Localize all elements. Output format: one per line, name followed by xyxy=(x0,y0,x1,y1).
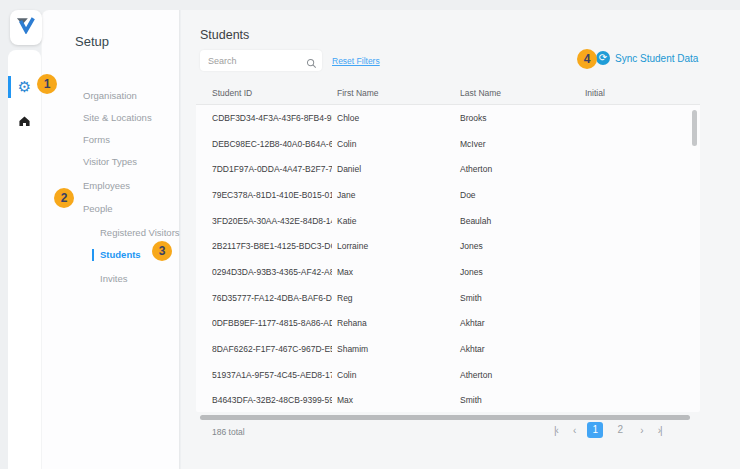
cell-student-id: 7DD1F97A-0DDA-4A47-B2F7-710F xyxy=(212,164,332,174)
cell-student-id: 79EC378A-81D1-410E-B015-012C1 xyxy=(212,190,332,200)
first-page-icon[interactable]: |‹ xyxy=(551,423,561,438)
pagination: |‹ ‹ 1 2 › ›| xyxy=(551,422,665,438)
sidebar-item-people[interactable]: People xyxy=(83,203,113,214)
sidebar-item-forms[interactable]: Forms xyxy=(83,134,110,145)
last-page-icon[interactable]: ›| xyxy=(655,423,665,438)
cell-first-name: Katie xyxy=(337,216,356,226)
page-button-2[interactable]: 2 xyxy=(612,422,628,438)
table-row[interactable]: 0DFBB9EF-1177-4815-8A86-AD5B Rehana Akht… xyxy=(196,310,700,336)
sidebar-title: Setup xyxy=(75,34,109,49)
sidebar-item-site-locations[interactable]: Site & Locations xyxy=(83,112,152,123)
sidebar-item-employees[interactable]: Employees xyxy=(83,180,130,191)
vertical-scrollbar[interactable] xyxy=(692,110,697,146)
setup-sidebar: Setup Organisation Site & Locations Form… xyxy=(41,10,180,469)
cell-first-name: Shamim xyxy=(337,344,368,354)
annotation-badge-1: 1 xyxy=(37,74,57,94)
cell-last-name: Doe xyxy=(460,190,476,200)
app-logo[interactable] xyxy=(10,10,42,45)
cell-last-name: Smith xyxy=(460,395,482,405)
cell-last-name: Smith xyxy=(460,293,482,303)
sidebar-item-invites[interactable]: Invites xyxy=(100,273,127,284)
annotation-badge-4: 4 xyxy=(577,49,597,69)
cell-first-name: Jane xyxy=(337,190,355,200)
cell-first-name: Reg xyxy=(337,293,353,303)
cell-last-name: Jones xyxy=(460,241,483,251)
total-count: 186 total xyxy=(212,427,245,437)
table-row[interactable]: CDBF3D34-4F3A-43F6-8FB4-9E648 Chloe Broo… xyxy=(196,105,700,131)
cell-first-name: Lorraine xyxy=(337,241,368,251)
sync-icon: ⟳ xyxy=(596,51,610,65)
main-content: Students Reset Filters ⟳ Sync Student Da… xyxy=(181,10,740,469)
sidebar-item-organisation[interactable]: Organisation xyxy=(83,90,137,101)
cell-student-id: 2B2117F3-B8E1-4125-BDC3-DC60 xyxy=(212,241,332,251)
next-page-icon[interactable]: › xyxy=(637,423,645,438)
cell-student-id: 3FD20E5A-30AA-432E-84D8-141A xyxy=(212,216,332,226)
settings-gear-icon[interactable]: ⚙ xyxy=(8,77,41,97)
sidebar-item-students[interactable]: Students xyxy=(100,249,141,260)
table-row[interactable]: 2B2117F3-B8E1-4125-BDC3-DC60 Lorraine Jo… xyxy=(196,233,700,259)
cell-student-id: B4643DFA-32B2-48CB-9399-5995 xyxy=(212,395,332,405)
sidebar-item-visitor-types[interactable]: Visitor Types xyxy=(83,156,137,167)
home-icon[interactable] xyxy=(8,113,41,131)
column-header-first-name: First Name xyxy=(337,88,379,98)
sync-student-data-button[interactable]: ⟳ Sync Student Data xyxy=(596,51,698,65)
icon-rail: ⚙ xyxy=(8,50,41,469)
column-header-last-name: Last Name xyxy=(460,88,501,98)
column-header-initial: Initial xyxy=(585,88,605,98)
table-row[interactable]: 79EC378A-81D1-410E-B015-012C1 Jane Doe xyxy=(196,182,700,208)
cell-first-name: Max xyxy=(337,395,353,405)
search-input[interactable] xyxy=(200,50,322,71)
cell-student-id: 51937A1A-9F57-4C45-AED8-17DF xyxy=(212,370,332,380)
reset-filters-link[interactable]: Reset Filters xyxy=(332,56,380,66)
search-icon xyxy=(306,55,317,73)
cell-first-name: Colin xyxy=(337,139,356,149)
app-logo-icon xyxy=(16,17,36,38)
students-table: CDBF3D34-4F3A-43F6-8FB4-9E648 Chloe Broo… xyxy=(196,104,700,412)
table-row[interactable]: 3FD20E5A-30AA-432E-84D8-141A Katie Beaul… xyxy=(196,208,700,234)
cell-student-id: CDBF3D34-4F3A-43F6-8FB4-9E648 xyxy=(212,113,332,123)
annotation-badge-2: 2 xyxy=(54,188,74,208)
sidebar-active-indicator xyxy=(92,249,94,261)
table-row[interactable]: 51937A1A-9F57-4C45-AED8-17DF Colin Ather… xyxy=(196,362,700,388)
cell-student-id: 76D35777-FA12-4DBA-BAF6-D776 xyxy=(212,293,332,303)
cell-last-name: Atherton xyxy=(460,164,492,174)
cell-first-name: Chloe xyxy=(337,113,359,123)
cell-last-name: Akhtar xyxy=(460,318,485,328)
cell-last-name: McIver xyxy=(460,139,486,149)
column-header-student-id: Student ID xyxy=(212,88,252,98)
cell-student-id: 8DAF6262-F1F7-467C-967D-E51B xyxy=(212,344,332,354)
cell-student-id: DEBC98EC-12B8-40A0-B64A-62B1 xyxy=(212,139,332,149)
sync-button-label: Sync Student Data xyxy=(615,53,698,64)
cell-first-name: Colin xyxy=(337,370,356,380)
cell-last-name: Beaulah xyxy=(460,216,491,226)
cell-last-name: Brooks xyxy=(460,113,486,123)
table-row[interactable]: B4643DFA-32B2-48CB-9399-5995 Max Smith xyxy=(196,387,700,413)
cell-first-name: Max xyxy=(337,267,353,277)
cell-student-id: 0294D3DA-93B3-4365-AF42-A871 xyxy=(212,267,332,277)
cell-student-id: 0DFBB9EF-1177-4815-8A86-AD5B xyxy=(212,318,332,328)
table-row[interactable]: DEBC98EC-12B8-40A0-B64A-62B1 Colin McIve… xyxy=(196,131,700,157)
table-row[interactable]: 76D35777-FA12-4DBA-BAF6-D776 Reg Smith xyxy=(196,285,700,311)
table-row[interactable]: 0294D3DA-93B3-4365-AF42-A871 Max Jones xyxy=(196,259,700,285)
page-button-1[interactable]: 1 xyxy=(587,422,603,438)
annotation-badge-3: 3 xyxy=(152,241,172,261)
horizontal-scrollbar[interactable] xyxy=(200,415,690,420)
cell-last-name: Akhtar xyxy=(460,344,485,354)
sidebar-item-registered-visitors[interactable]: Registered Visitors xyxy=(100,227,180,238)
prev-page-icon[interactable]: ‹ xyxy=(570,423,578,438)
cell-first-name: Rehana xyxy=(337,318,367,328)
table-row[interactable]: 7DD1F97A-0DDA-4A47-B2F7-710F Daniel Athe… xyxy=(196,156,700,182)
table-row[interactable]: 8DAF6262-F1F7-467C-967D-E51B Shamim Akht… xyxy=(196,336,700,362)
page-title: Students xyxy=(200,28,249,42)
cell-first-name: Daniel xyxy=(337,164,361,174)
table-header: Student ID First Name Last Name Initial xyxy=(196,88,702,104)
cell-last-name: Atherton xyxy=(460,370,492,380)
cell-last-name: Jones xyxy=(460,267,483,277)
